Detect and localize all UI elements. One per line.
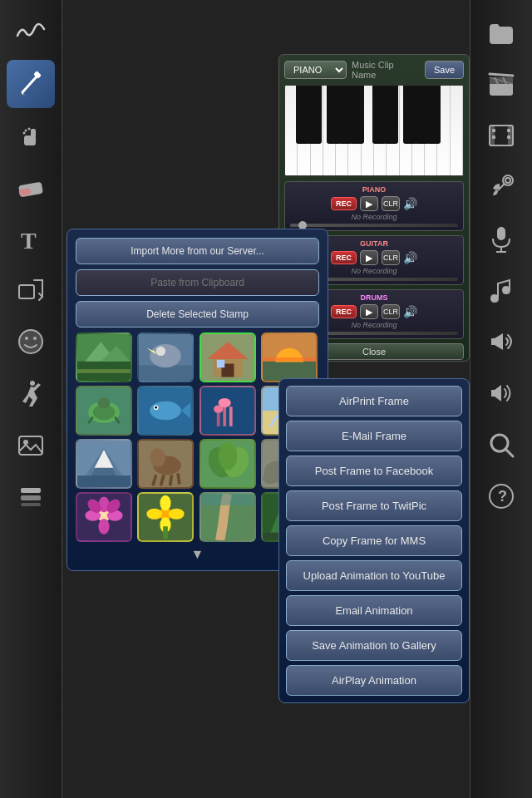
white-key[interactable] (451, 86, 463, 175)
airplay-animation-button[interactable]: AirPlay Animation (286, 665, 462, 696)
help-icon[interactable]: ? (477, 472, 525, 520)
piano-play-button[interactable]: ▶ (360, 196, 378, 211)
folder-icon[interactable] (477, 8, 525, 57)
piano-clr-button[interactable]: CLR (382, 196, 400, 211)
svg-rect-9 (19, 285, 34, 298)
main-content: PIANO GUITAR DRUMS Music Clip Name Save (62, 0, 470, 798)
svg-point-5 (23, 132, 26, 135)
svg-point-33 (505, 178, 510, 183)
svg-point-114 (160, 495, 171, 511)
svg-point-38 (503, 287, 510, 293)
guitar-play-button[interactable]: ▶ (360, 250, 378, 265)
stamp-item[interactable] (76, 332, 132, 382)
text-icon[interactable]: T (7, 214, 55, 263)
drums-speaker-icon: 🔊 (403, 305, 417, 318)
svg-rect-29 (492, 135, 495, 139)
svg-point-116 (147, 509, 163, 520)
brush-icon[interactable] (7, 60, 55, 108)
guitar-speaker-icon: 🔊 (403, 251, 417, 264)
guitar-rec-button[interactable]: REC (331, 251, 357, 264)
stamp-item[interactable] (137, 492, 194, 542)
svg-point-70 (150, 401, 181, 421)
wave-icon[interactable] (7, 8, 55, 57)
svg-rect-15 (19, 436, 42, 455)
stamp-item[interactable] (200, 332, 256, 382)
image-icon[interactable] (7, 421, 55, 469)
svg-point-14 (30, 381, 35, 386)
stamp-item[interactable] (200, 439, 256, 489)
music-note-icon[interactable] (477, 266, 525, 314)
import-server-button[interactable]: Import More from our Server... (76, 238, 319, 264)
svg-point-103 (263, 471, 278, 484)
svg-rect-118 (163, 526, 168, 539)
svg-line-40 (505, 449, 513, 456)
guitar-clr-button[interactable]: CLR (382, 250, 400, 265)
post-facebook-button[interactable]: Post Frame to Facebook (286, 456, 462, 486)
stamp-item[interactable] (200, 386, 256, 436)
clip-name-label: Music Clip Name (352, 60, 420, 80)
piano-track-label: PIANO (290, 185, 458, 194)
upload-youtube-button[interactable]: Upload Animation to YouTube (286, 560, 462, 591)
svg-point-98 (218, 442, 237, 470)
stamp-item[interactable] (76, 492, 132, 542)
microphone-icon[interactable] (477, 214, 525, 263)
svg-point-4 (28, 128, 31, 131)
emoji-icon[interactable] (7, 318, 55, 366)
svg-point-37 (491, 295, 498, 302)
speaker-volume-icon[interactable] (477, 369, 525, 417)
stamp-item[interactable] (137, 386, 194, 436)
svg-text:T: T (21, 228, 37, 254)
svg-point-13 (33, 337, 37, 340)
spray-icon[interactable] (7, 111, 55, 160)
left-sidebar: T (0, 0, 62, 798)
svg-line-94 (178, 473, 180, 484)
eraser-icon[interactable] (7, 163, 55, 211)
music-panel-header: PIANO GUITAR DRUMS Music Clip Name Save (284, 60, 464, 80)
drums-clr-button[interactable]: CLR (382, 304, 400, 319)
megaphone-icon[interactable] (477, 318, 525, 366)
clapperboard-icon[interactable] (477, 60, 525, 108)
stamp-item[interactable] (137, 332, 194, 382)
piano-keys[interactable] (284, 85, 464, 176)
svg-rect-34 (497, 227, 505, 240)
svg-point-79 (214, 405, 223, 412)
email-animation-button[interactable]: Email Animation (286, 595, 462, 626)
svg-rect-31 (507, 135, 510, 139)
svg-line-93 (170, 475, 172, 485)
svg-rect-57 (216, 360, 224, 367)
piano-rec-button[interactable]: REC (331, 197, 357, 210)
save-clip-button[interactable]: Save (425, 61, 464, 79)
stamp-item[interactable] (76, 439, 132, 489)
instrument-select[interactable]: PIANO GUITAR DRUMS (284, 61, 347, 79)
copy-mms-button[interactable]: Copy Frame for MMS (286, 525, 462, 556)
drums-rec-button[interactable]: REC (331, 305, 357, 318)
stamp-item[interactable] (261, 332, 318, 382)
film-icon[interactable] (477, 111, 525, 160)
paste-clipboard-button[interactable]: Paste from Clipboard (76, 269, 319, 296)
delete-stamp-button[interactable]: Delete Selected Stamp (76, 301, 319, 328)
satellite-icon[interactable] (477, 163, 525, 211)
stamp-item[interactable] (200, 492, 256, 542)
search-icon[interactable] (477, 421, 525, 469)
transform-icon[interactable] (7, 266, 55, 314)
piano-track: PIANO REC ▶ CLR 🔊 No Recording (284, 181, 464, 231)
layers-icon[interactable] (7, 472, 55, 520)
piano-slider[interactable] (290, 224, 458, 227)
svg-text:?: ? (498, 488, 507, 505)
save-gallery-button[interactable]: Save Animation to Gallery (286, 630, 462, 661)
svg-rect-87 (77, 475, 131, 487)
drums-play-button[interactable]: ▶ (360, 304, 378, 319)
stamp-item[interactable] (76, 386, 132, 436)
svg-rect-19 (21, 503, 41, 506)
runner-icon[interactable] (7, 369, 55, 417)
email-frame-button[interactable]: E-Mail Frame (286, 421, 462, 451)
post-twitpic-button[interactable]: Post Frame to TwitPic (286, 490, 462, 521)
svg-rect-17 (21, 488, 41, 493)
stamp-item[interactable] (137, 439, 194, 489)
svg-point-66 (97, 397, 110, 408)
svg-rect-74 (201, 387, 254, 434)
airprint-frame-button[interactable]: AirPrint Frame (286, 386, 462, 416)
svg-point-117 (169, 509, 185, 520)
svg-rect-62 (263, 357, 316, 362)
svg-rect-28 (492, 129, 495, 132)
